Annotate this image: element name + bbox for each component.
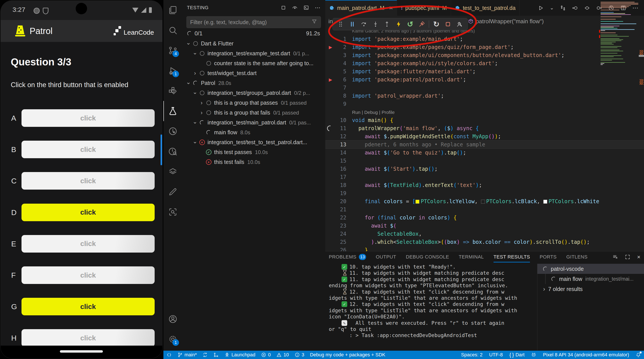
stop-square-icon[interactable] bbox=[444, 21, 452, 28]
activity-scan-search[interactable] bbox=[164, 202, 182, 222]
panel-tab-test-results[interactable]: TEST RESULTS bbox=[494, 251, 530, 262]
chevron-down-icon[interactable]: ⌄ bbox=[192, 138, 198, 145]
statusbar-item-spaces[interactable]: Spaces: 2 bbox=[461, 352, 482, 358]
statusbar-item-dart[interactable]: { }Dart bbox=[509, 352, 524, 358]
change-icon[interactable] bbox=[584, 5, 590, 11]
code-area[interactable]: Kamil Gacan, 2 months ago | 3 authors (p… bbox=[325, 27, 644, 251]
panel-tab-ports[interactable]: PORTS bbox=[540, 251, 556, 262]
minimap[interactable] bbox=[600, 2, 638, 251]
activity-edit[interactable] bbox=[164, 182, 182, 202]
devtools-icon[interactable] bbox=[456, 21, 463, 28]
more-icon[interactable]: ⋯ bbox=[315, 5, 320, 11]
activity-testing[interactable] bbox=[164, 101, 182, 121]
grip-icon[interactable] bbox=[337, 21, 344, 28]
grip-icon[interactable] bbox=[336, 21, 345, 28]
run-history-item[interactable]: main flowintegration_test/mai... bbox=[538, 274, 644, 284]
test-filter-input[interactable]: Filter (e.g. text, !exclude, @tag) bbox=[186, 16, 321, 28]
chevron-down-icon[interactable]: ⌄ bbox=[550, 5, 554, 11]
color-swatch[interactable] bbox=[416, 200, 420, 204]
chevron-right-icon[interactable]: › bbox=[192, 70, 198, 77]
option-button-G[interactable]: click bbox=[22, 298, 155, 315]
test-tree-item[interactable]: ⌄×integration_test/test_to_test_patrol.d… bbox=[182, 137, 325, 147]
maximize-panel-icon[interactable] bbox=[625, 254, 630, 260]
activity-account[interactable] bbox=[164, 309, 182, 329]
step-over-icon[interactable] bbox=[360, 21, 367, 28]
editor-tab-main_patrol.dart[interactable]: main_patrol.dartM× bbox=[325, 0, 397, 16]
statusbar-item[interactable] bbox=[636, 352, 641, 357]
panel-tab-problems[interactable]: PROBLEMS13 bbox=[329, 251, 366, 262]
test-tree-item[interactable]: ›test/widget_test.dart bbox=[182, 68, 325, 78]
activity-settings-gear[interactable]: 1 bbox=[164, 329, 182, 349]
run-history-item[interactable]: ›7 older results bbox=[538, 284, 644, 294]
activity-circle-run[interactable] bbox=[164, 121, 182, 141]
breadcrumb-symbol[interactable]: patrolWrapper("main flow") bbox=[476, 18, 544, 25]
prev-change-icon[interactable] bbox=[572, 5, 578, 11]
statusbar-item-main*[interactable]: main* bbox=[178, 352, 197, 358]
panel-tab-terminal[interactable]: TERMINAL bbox=[459, 251, 484, 262]
funnel-icon[interactable] bbox=[312, 19, 317, 24]
activity-files[interactable] bbox=[164, 0, 182, 20]
stop-square-icon[interactable] bbox=[444, 21, 451, 28]
gutter-test-running-icon[interactable] bbox=[326, 124, 334, 132]
hot-reload-icon[interactable] bbox=[395, 21, 402, 28]
rerun-icon[interactable]: ↻ bbox=[433, 20, 440, 29]
breadcrumb-prefix[interactable]: in bbox=[328, 18, 333, 25]
test-tree-item[interactable]: ›this is a group that passes0/1 passed bbox=[182, 98, 325, 108]
option-button-D[interactable]: click bbox=[22, 204, 155, 221]
phone-scrollbar-thumb[interactable] bbox=[160, 135, 162, 165]
statusbar-item-pixel[interactable]: Pixel 8 API 34 (android-arm64 emulator) bbox=[543, 352, 629, 358]
filter-funnel-icon[interactable] bbox=[312, 19, 317, 26]
activity-search[interactable] bbox=[164, 20, 182, 40]
chevron-right-icon[interactable]: › bbox=[543, 285, 545, 292]
step-out-icon[interactable] bbox=[382, 21, 391, 28]
activity-inspect-session[interactable] bbox=[164, 141, 182, 162]
chevron-down-icon[interactable]: ⌄ bbox=[192, 89, 198, 96]
debug-run-icon[interactable] bbox=[538, 5, 544, 11]
editor-tab-pubspec.yaml[interactable]: !pubspec.yamlM bbox=[397, 0, 451, 16]
compare-changes-icon[interactable] bbox=[560, 5, 566, 11]
chevron-down-icon[interactable]: ⌄ bbox=[185, 39, 192, 46]
rerun-icon[interactable]: ↻ bbox=[432, 20, 441, 29]
devtools-icon[interactable] bbox=[455, 21, 464, 28]
close-panel-icon[interactable]: × bbox=[637, 254, 640, 260]
statusbar-item-launchpad[interactable]: Launchpad bbox=[224, 352, 255, 358]
activity-layers[interactable] bbox=[164, 162, 182, 182]
test-tree-item[interactable]: ›this is a group that fails0/1 passed bbox=[182, 108, 325, 118]
activity-extensions[interactable] bbox=[164, 81, 182, 101]
restart-icon[interactable]: ↺ bbox=[406, 20, 414, 29]
test-tree-item[interactable]: ✓this test passes10.0s bbox=[182, 147, 325, 157]
test-tree-item[interactable]: ⌄integration_test/main_patrol.dart0/1 pa… bbox=[182, 118, 325, 128]
statusbar-item-debug[interactable]: Debug my code + packages + SDK bbox=[310, 352, 386, 358]
panel-tab-debug-console[interactable]: DEBUG CONSOLE bbox=[406, 251, 449, 262]
breakpoint-arrow-icon[interactable]: ▶ bbox=[329, 77, 332, 82]
pause-icon[interactable] bbox=[349, 21, 356, 28]
panel-tab-gitlens[interactable]: GITLENS bbox=[566, 251, 588, 262]
stop-icon[interactable] bbox=[280, 5, 286, 11]
activity-run-debug[interactable]: 1 bbox=[164, 61, 182, 81]
statusbar-item-utf8[interactable]: UTF-8 bbox=[489, 352, 503, 358]
chevron-down-icon[interactable]: ⌄ bbox=[192, 118, 198, 125]
step-into-icon[interactable] bbox=[372, 21, 379, 28]
test-results-output[interactable]: ✓10. tap widgets with text "Ready!".11. … bbox=[326, 264, 535, 350]
disconnect-icon[interactable] bbox=[418, 21, 425, 28]
editor-tab-test_to_test_patrol.da[interactable]: test_to_test_patrol.da bbox=[451, 0, 520, 16]
test-tree-item[interactable]: ×this test fails10.0s bbox=[182, 157, 325, 167]
chevron-right-icon[interactable]: › bbox=[198, 99, 205, 106]
clear-output-icon[interactable] bbox=[612, 254, 618, 260]
statusbar-item[interactable] bbox=[531, 352, 536, 357]
test-tree-item[interactable]: counter state is the same after going to… bbox=[182, 58, 325, 68]
chevron-down-icon[interactable]: ⌄ bbox=[185, 79, 192, 86]
statusbar-item[interactable] bbox=[214, 352, 219, 357]
test-tree-item[interactable]: ⌄integration_test/example_test.dart0/1 p… bbox=[182, 49, 325, 58]
restart-icon[interactable]: ↺ bbox=[407, 20, 414, 29]
statusbar-item[interactable] bbox=[166, 352, 172, 357]
step-into-icon[interactable] bbox=[371, 21, 380, 28]
chevron-down-icon[interactable]: ⌄ bbox=[192, 49, 198, 56]
color-swatch[interactable] bbox=[481, 200, 485, 204]
watch-icon[interactable] bbox=[292, 5, 298, 11]
test-tree-item[interactable]: main flow8.0s bbox=[182, 128, 325, 137]
pause-icon[interactable] bbox=[348, 21, 357, 28]
close-tab-icon[interactable]: × bbox=[389, 5, 393, 12]
test-tree-item[interactable]: ⌄Dart & Flutter bbox=[182, 39, 325, 49]
statusbar-item-0[interactable]: 0 bbox=[261, 352, 271, 358]
